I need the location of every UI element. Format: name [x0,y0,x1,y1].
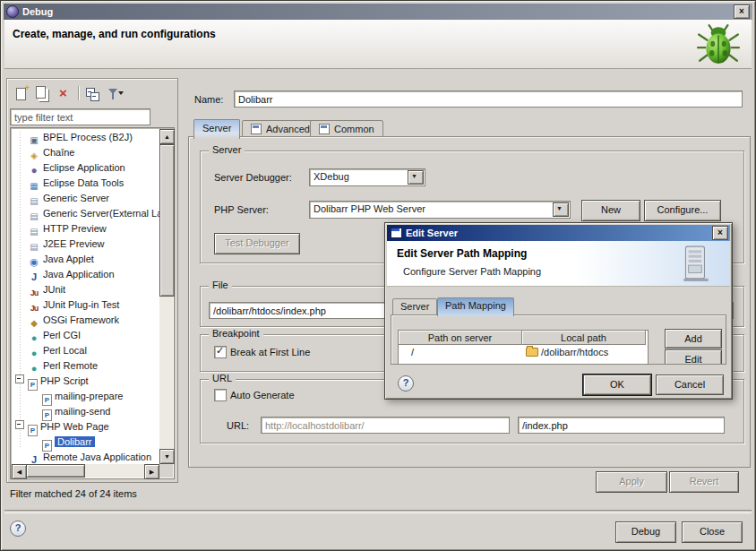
edit-server-heading: Edit Server Path Mapping [397,247,527,260]
collapse-expander-icon[interactable] [15,420,24,429]
sidebar-item-php-script[interactable]: PHP Script [12,374,159,389]
test-debugger-button[interactable]: Test Debugger [214,233,300,254]
configurations-tree: BPEL Process (B2J) Chaîne Eclipse Applic… [10,127,175,479]
revert-button[interactable]: Revert [669,471,739,493]
dialog-tab-path-mapping[interactable]: Path Mapping [437,297,514,316]
scroll-down-icon[interactable]: ▼ [159,449,175,464]
chevron-down-icon[interactable] [553,202,569,217]
sidebar-item-junit-plugin-test[interactable]: JUnit Plug-in Test [12,297,159,313]
window-title: Debug [22,6,734,17]
sidebar-item-generic-server-external[interactable]: Generic Server(External La [12,206,159,221]
server-group-title: Server [209,144,245,155]
filter-status: Filter matched 24 of 24 items [10,488,137,499]
sidebar-item-eclipse-data-tools[interactable]: Eclipse Data Tools [12,176,159,191]
chevron-down-icon[interactable] [408,170,424,185]
sidebar-item-php-web-page[interactable]: PHP Web Page [12,419,159,435]
edit-mapping-button[interactable]: Edit [665,349,722,365]
tree-vertical-scrollbar[interactable]: ▲ ▼ [159,129,173,464]
name-label: Name: [194,94,223,105]
sidebar-item-perl-cgi[interactable]: Perl CGI [12,328,159,343]
perl-icon [28,331,40,344]
advanced-tab-icon [251,124,262,134]
vertical-scroll-thumb[interactable] [159,144,175,297]
delete-configuration-icon[interactable] [56,86,72,101]
server-debugger-label: Server Debugger: [214,172,292,183]
sidebar-item-j2ee-preview[interactable]: J2EE Preview [12,237,159,252]
table-row[interactable]: / /dolibarr/htdocs [399,345,648,359]
sidebar-item-remote-java-application[interactable]: Remote Java Application [12,450,159,464]
close-window-button[interactable]: × [734,4,750,19]
edit-server-subheading: Configure Server Path Mapping [403,266,541,277]
apply-button[interactable]: Apply [596,471,667,493]
menu-dropdown-icon[interactable] [118,91,124,95]
duplicate-configuration-icon[interactable] [35,86,50,101]
debug-button[interactable]: Debug [615,521,676,543]
cell-path-on-server[interactable]: / [399,345,522,359]
window-titlebar[interactable]: Debug × [4,4,752,20]
java-application-icon [28,271,40,283]
sidebar-item-junit[interactable]: JUnit [12,282,159,297]
filter-configurations-icon[interactable] [107,86,122,101]
ok-button[interactable]: OK [583,375,651,395]
scroll-right-icon[interactable]: ▶ [144,464,159,479]
sidebar-item-java-applet[interactable]: Java Applet [12,252,159,267]
footer-separator [4,510,752,513]
cell-local-path[interactable]: /dolibarr/htdocs [522,345,646,359]
common-tab-icon [319,124,330,134]
sidebar-item-java-application[interactable]: Java Application [12,267,159,282]
sidebar-item-eclipse-application[interactable]: Eclipse Application [12,160,159,176]
new-configuration-icon[interactable] [13,86,29,101]
sidebar-item-perl-local[interactable]: Perl Local [12,343,159,358]
sidebar-item-dolibarr[interactable]: Dolibarr [12,435,159,450]
help-icon[interactable] [10,521,26,537]
folder-icon [526,348,538,357]
cancel-button[interactable]: Cancel [656,375,724,395]
panel-sash[interactable] [178,78,186,483]
sidebar-item-mailing-send[interactable]: mailing-send [12,404,159,419]
edit-server-dialog: Edit Server × Edit Server Path Mapping C… [384,222,733,400]
column-local-path[interactable]: Local path [522,331,646,345]
url-path-input[interactable] [518,417,725,434]
add-mapping-button[interactable]: Add [665,329,722,349]
sidebar-item-osgi-framework[interactable]: OSGi Framework [12,313,159,328]
close-button[interactable]: Close [682,521,743,543]
php-server-select[interactable]: Dolibarr PHP Web Server [309,201,571,219]
perl-icon [28,362,40,375]
sidebar-item-bpel-process[interactable]: BPEL Process (B2J) [12,130,159,145]
debug-configurations-window: Debug × Create, manage, and run configur… [0,0,756,551]
eclipse-app-icon [6,5,19,18]
filter-input[interactable] [10,108,150,125]
server-icon [682,245,710,282]
edit-server-titlebar[interactable]: Edit Server × [387,225,730,241]
dialog-banner: Create, manage, and run configurations [4,20,752,69]
tab-server[interactable]: Server [193,119,240,139]
horizontal-scroll-thumb[interactable] [26,464,85,478]
server-debugger-select[interactable]: XDebug [309,168,425,186]
url-label: URL: [227,420,249,431]
column-path-on-server[interactable]: Path on server [399,331,522,345]
tree-horizontal-scrollbar[interactable]: ◀ ▶ [12,464,159,478]
name-input[interactable] [234,90,743,108]
dialog-tab-server[interactable]: Server [392,298,437,316]
collapse-all-icon[interactable] [85,86,100,101]
sidebar-item-generic-server[interactable]: Generic Server [12,191,159,206]
edit-server-header: Edit Server Path Mapping Configure Serve… [387,241,730,287]
break-at-first-line-label: Break at First Line [230,347,310,357]
scroll-up-icon[interactable]: ▲ [159,129,175,144]
break-at-first-line-checkbox[interactable] [214,346,227,358]
auto-generate-checkbox[interactable] [214,389,227,401]
configure-server-button[interactable]: Configure... [644,200,721,221]
sidebar-item-http-preview[interactable]: HTTP Preview [12,221,159,237]
scrollbar-corner [159,464,173,478]
sidebar-item-perl-remote[interactable]: Perl Remote [12,358,159,374]
collapse-expander-icon[interactable] [15,375,24,383]
sidebar-item-chaine[interactable]: Chaîne [12,145,159,160]
close-dialog-button[interactable]: × [712,226,728,240]
sidebar-item-mailing-prepare[interactable]: mailing-prepare [12,389,159,404]
edit-server-title: Edit Server [406,228,712,238]
dialog-help-icon[interactable] [398,375,414,392]
scroll-left-icon[interactable]: ◀ [12,464,27,479]
base-url-input[interactable] [261,417,510,434]
breakpoint-group-title: Breakpoint [209,328,263,339]
new-server-button[interactable]: New [581,200,640,221]
